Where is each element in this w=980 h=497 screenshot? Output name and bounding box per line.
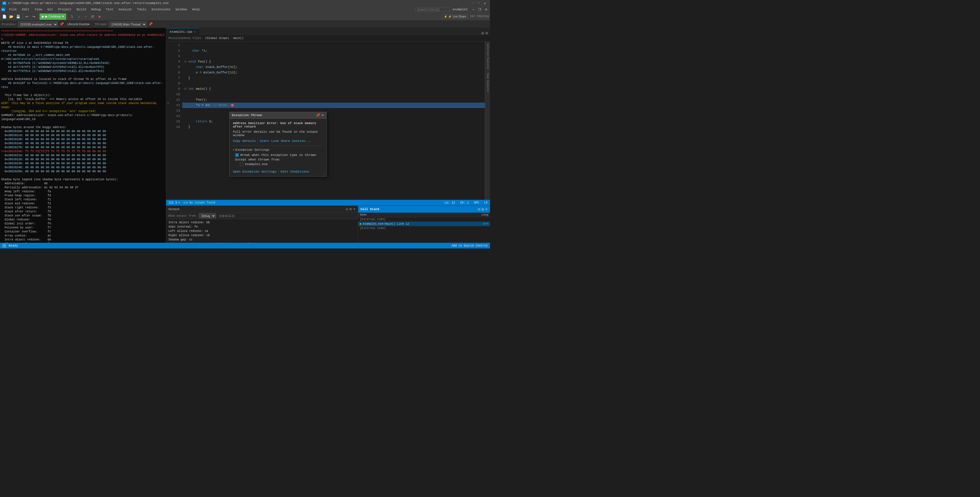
terminal-line-13: HINT: this may be a false positive if yo… [1,102,165,110]
new-file-button[interactable]: 📄 [1,13,8,20]
menu-project[interactable]: Project [56,7,74,12]
code-line-14 [182,113,485,119]
editor-path-bar: Miscellaneous Files › (Global Scope) › m… [166,35,490,41]
window-title-right: example1 [452,8,468,11]
win-minimize[interactable]: ─ [471,7,476,12]
menu-build[interactable]: Build [74,7,88,12]
callstack-row-2[interactable]: [External Code] [358,226,490,231]
tab-close-icon[interactable]: ✕ [194,30,196,33]
exception-settings-label: Exception Settings [235,148,270,151]
start-live-share-link[interactable]: Start Live Share session... [260,139,311,143]
team-explorer-tab[interactable]: Team Explorer [486,72,490,94]
toolbar-separator-3 [67,14,68,19]
exception-checkbox-2[interactable] [240,162,243,166]
output-btn-3[interactable]: ⊟ [225,214,228,218]
continue-button[interactable]: ▶ ▶ Continue ▾ [40,13,66,20]
tab-example1-cpp[interactable]: example1.cpp ✕ [166,28,199,35]
save-button[interactable]: 💾 [15,13,21,20]
process-select[interactable]: [33336] example1.exe [18,21,58,27]
callstack-row-0[interactable]: [External Code] [358,217,490,221]
win-restore[interactable]: ❐ [477,7,482,12]
status-add-source[interactable]: Add to Source Control [452,244,488,247]
exception-checkbox-1[interactable]: ✓ [235,153,239,157]
code-content[interactable]: char *x; ⊟ void foo() { char stack_buffe… [182,41,485,200]
thread-select[interactable]: [24608] Main Thread [109,21,147,27]
menu-test[interactable]: Test [103,7,116,12]
split-editor-button[interactable]: ⊞ [481,31,484,35]
path-breadcrumb[interactable]: Miscellaneous Files [169,37,201,40]
menu-debug[interactable]: Debug [89,7,103,12]
output-btn-2[interactable]: ⊞ [222,214,225,218]
menu-view[interactable]: View [32,7,45,12]
exception-pin-button[interactable]: 📌 [316,113,320,117]
callstack-panel: Call Stack ⊟ ⊞ ✕ Name Lang [External Cod… [358,206,490,243]
editor-area: → 1 2 3 4 5 6 7 8 9 10 11 12 13 14 [166,41,485,200]
title-bar: VS c:\MSDN\cpp-docs-pr\docs\c-language\A… [0,0,490,6]
terminal-line-12: [16, 58) 'stack_buffer' <== Memory acces… [1,97,165,102]
win-close[interactable]: ✕ [483,7,489,12]
menu-extensions[interactable]: Extensions [149,7,173,12]
menu-help[interactable]: Help [190,7,202,12]
callstack-maximize-button[interactable]: ⊞ [481,207,484,211]
step-into-button[interactable]: ↓ [76,13,82,20]
exception-close-button[interactable]: ✕ [321,113,324,117]
output-content[interactable]: Intra object redzone: bb ASan internal: … [166,219,358,243]
search-input[interactable] [415,7,450,12]
menu-file[interactable]: File [7,7,19,12]
lifecycle-events-button[interactable]: Lifecycle Events ▾ [65,21,91,27]
terminal-panel[interactable]: ========================================… [0,28,166,243]
terminal-legend-1: Addressable: 00 [1,182,165,186]
menu-window[interactable]: Window [173,7,189,12]
menu-analyze[interactable]: Analyze [116,7,134,12]
exception-resize-handle[interactable]: ⤡ [323,172,325,176]
copy-details-link[interactable]: Copy Details [233,139,256,143]
terminal-legend-7: Stack right redzone: f3 [1,206,165,210]
output-source-select[interactable]: Debug [199,213,216,218]
debug-bar: Process: [33336] example1.exe 📌 Lifecycl… [0,21,490,28]
code-line-6: x = &stack_buffer[13]; [182,70,485,75]
output-close-button[interactable]: ✕ [353,207,356,211]
code-line-4: ⊟ void foo() { [182,59,485,64]
output-btn-5[interactable]: ⊡ [232,214,234,218]
callstack-close-button[interactable]: ✕ [485,207,488,211]
callstack-detach-button[interactable]: ⊟ [478,207,480,211]
close-button[interactable]: ✕ [482,1,488,6]
exception-checkbox-1-label: Break when this exception type is thrown [240,153,316,157]
menu-edit[interactable]: Edit [19,7,32,12]
scope-label[interactable]: (Global Scope) [205,37,229,40]
live-share-button[interactable]: ⚡ ⚡ Live Share [442,14,468,19]
undo-button[interactable]: ↩ [24,13,30,20]
menu-tools[interactable]: Tools [135,7,149,12]
maximize-button[interactable]: □ [476,1,481,5]
redo-button[interactable]: ↪ [31,13,37,20]
open-settings-button[interactable]: ⚙ [485,31,488,35]
terminal-line-6: #2 0x7585fa28 (C:\WINDOWS\System32\KERNE… [1,61,165,65]
right-panel: example1.cpp ✕ ⊞ ⚙ Miscellaneous Files ›… [166,28,490,243]
minimize-button[interactable]: ─ [471,1,475,5]
step-over-button[interactable]: ⤵ [69,13,75,20]
function-label[interactable]: main() [233,37,243,40]
output-btn-4[interactable]: ☰ [228,214,231,218]
open-file-button[interactable]: 📂 [8,13,14,20]
thread-label: Thread: [95,23,108,26]
output-clear-button[interactable]: ⊟ [345,207,348,211]
triangle-icon: ▼ [233,149,234,151]
terminal-line-14: (longjmp, SEH and C++ exceptions 'are' s… [1,110,165,113]
output-line-4: Right alloca redzone: cb [169,233,356,237]
status-bar: ⚡ Ready Add to Source Control [0,243,490,248]
cs-row-1-lang: C++ [474,222,488,226]
edit-conditions-link[interactable]: Edit Conditions [280,170,309,174]
menu-git[interactable]: Git [45,7,55,12]
solution-explorer-tab[interactable]: Solution Explorer [486,42,490,71]
callstack-content[interactable]: [External Code] ▶ example1.exe!main() Li… [358,217,490,243]
exc-link-separator: | [257,139,259,143]
output-detach-button[interactable]: ⊞ [349,207,352,211]
callstack-row-1[interactable]: ▶ example1.exe!main() Line 12 C++ [358,221,490,226]
stop-button[interactable]: ■ [96,13,103,20]
restart-button[interactable]: ↺ [89,13,96,20]
output-btn-1[interactable]: ⊡ [219,214,221,218]
open-exception-settings-link[interactable]: Open Exception Settings [233,170,277,174]
step-out-button[interactable]: ↑ [83,13,89,20]
output-line-1: Intra object redzone: bb [169,220,356,225]
callstack-header: Call Stack ⊟ ⊞ ✕ [358,206,490,213]
